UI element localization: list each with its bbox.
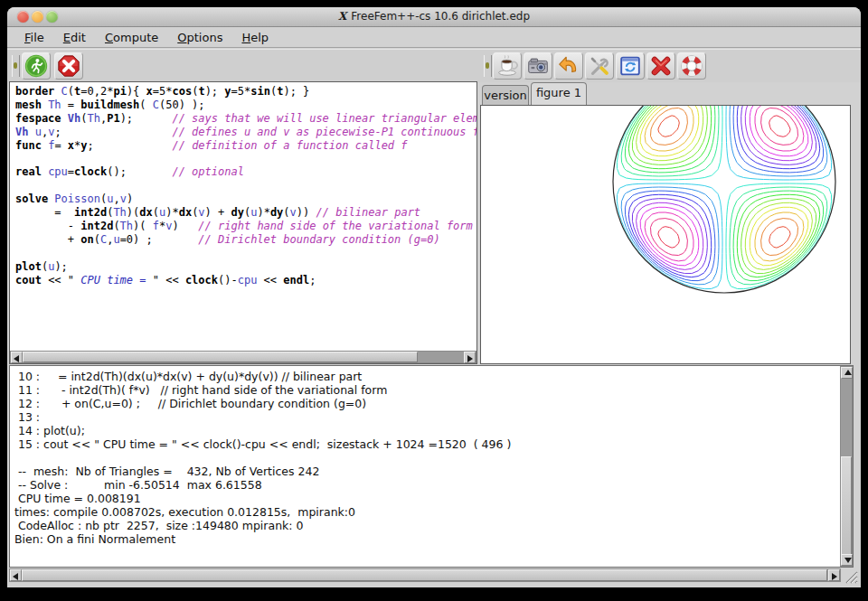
code-line: + on(C,u=0) ; // Dirichlet boundary cond…	[15, 233, 476, 247]
code-line: border C(t=0,2*pi){ x=5*cos(t); y=5*sin(…	[15, 85, 476, 99]
scroll-up-button[interactable]	[841, 367, 853, 379]
menu-options[interactable]: Options	[174, 30, 226, 45]
isoline	[613, 106, 835, 293]
isoline	[613, 106, 835, 293]
isoline	[613, 106, 835, 293]
code-line: - int2d(Th)( f*v) // right hand side of …	[15, 220, 476, 233]
toolbar-drag-handle-right[interactable]	[484, 55, 492, 77]
curved-arrow-icon	[556, 53, 581, 79]
isoline	[613, 106, 835, 293]
handle-dot-icon	[14, 62, 17, 69]
down-arrow-icon	[844, 558, 852, 563]
menu-help[interactable]: Help	[238, 30, 272, 45]
delete-button[interactable]	[646, 52, 675, 80]
right-arrow-icon	[832, 573, 837, 580]
isoline	[613, 106, 835, 293]
isoline	[613, 106, 835, 293]
console-output-pane[interactable]: 10 : = int2d(Th)(dx(u)*dx(v) + dy(u)*dy(…	[9, 365, 854, 568]
code-line: mesh Th = buildmesh( C(50) );	[15, 99, 476, 112]
scroll-left-button[interactable]	[10, 569, 22, 581]
window-title-text: FreeFem++-cs 10.6 dirichlet.edp	[351, 10, 530, 23]
console-vscroll-thumb[interactable]	[841, 456, 852, 555]
toolbar-drag-handle[interactable]	[12, 55, 20, 77]
code-line: solve Poisson(u,v)	[15, 193, 476, 206]
scroll-left-button[interactable]	[11, 352, 23, 363]
domain-boundary-circle	[613, 106, 835, 293]
stop-button[interactable]	[54, 52, 83, 80]
isoline	[613, 106, 835, 293]
code-line: cout << " CPU time = " << clock()-cpu <<…	[15, 274, 476, 287]
editor-hscroll-thumb[interactable]	[23, 352, 418, 362]
console-vertical-scrollbar[interactable]	[840, 366, 853, 567]
menu-file[interactable]: File	[21, 30, 48, 45]
console-line: 14 : plot(u);	[14, 424, 838, 437]
code-editor-pane[interactable]: border C(t=0,2*pi){ x=5*cos(t); y=5*sin(…	[9, 81, 477, 364]
editor-horizontal-scrollbar[interactable]	[10, 351, 476, 363]
window-horizontal-scrollbar[interactable]	[9, 568, 841, 582]
tab-figure-1[interactable]: figure 1	[531, 82, 587, 105]
isoline	[613, 106, 835, 293]
console-line: 10 : = int2d(Th)(dx(u)*dx(v) + dy(u)*dy(…	[14, 370, 838, 383]
console-line: times: compile 0.008702s, execution 0.01…	[14, 505, 838, 519]
isoline	[613, 106, 835, 293]
console-line: 12 : + on(C,u=0) ; // Dirichlet boundary…	[14, 397, 838, 410]
code-line: func f= x*y; // definition of a function…	[15, 139, 476, 153]
help-button[interactable]	[677, 52, 706, 80]
window-title: XFreeFem++-cs 10.6 dirichlet.edp	[7, 10, 861, 23]
stop-octagon-x-icon	[56, 53, 81, 79]
isoline	[613, 106, 835, 293]
toolbar-row	[7, 49, 861, 82]
x11-icon: X	[338, 10, 346, 23]
menu-edit[interactable]: Edit	[60, 30, 90, 45]
runner-icon	[24, 53, 49, 79]
title-bar[interactable]: XFreeFem++-cs 10.6 dirichlet.edp	[7, 7, 861, 27]
isoline	[613, 106, 835, 293]
code-line: plot(u);	[15, 260, 476, 274]
code-line	[15, 153, 476, 166]
curved-arrow-button[interactable]	[554, 52, 583, 80]
scroll-down-button[interactable]	[841, 554, 853, 566]
menu-bar: File Edit Compute Options Help	[7, 27, 861, 48]
scroll-right-button[interactable]	[828, 569, 840, 581]
coffee-button[interactable]	[493, 52, 522, 80]
scroll-right-button[interactable]	[464, 352, 476, 363]
tab-version[interactable]: version	[482, 85, 529, 105]
refresh-window-button[interactable]	[616, 52, 645, 80]
contour-plot	[481, 106, 850, 363]
desktop: XFreeFem++-cs 10.6 dirichlet.edp File Ed…	[0, 0, 868, 601]
isoline	[613, 106, 835, 293]
console-line: -- Solve : min -6.50514 max 6.61558	[14, 478, 838, 492]
crossed-tools-icon	[587, 53, 612, 79]
menu-compute[interactable]: Compute	[101, 30, 162, 45]
figure-pane[interactable]	[480, 105, 851, 364]
code-line: = int2d(Th)(dx(u)*dx(v) + dy(u)*dy(v)) /…	[15, 206, 476, 220]
up-arrow-icon	[844, 370, 852, 375]
window-resize-grip[interactable]	[843, 568, 859, 585]
right-arrow-icon	[467, 355, 473, 362]
camera-icon	[525, 53, 551, 79]
console-line: Bien: On a fini Normalement	[14, 532, 838, 546]
console-line: 13 :	[14, 410, 838, 424]
code-content: border C(t=0,2*pi){ x=5*cos(t); y=5*sin(…	[15, 85, 476, 350]
lifebuoy-icon	[679, 53, 704, 79]
console-line: 15 : cout << " CPU time = " << clock()-c…	[14, 437, 838, 451]
left-arrow-icon	[14, 355, 19, 362]
isoline	[613, 106, 835, 293]
code-line	[15, 247, 476, 260]
tools-button[interactable]	[585, 52, 614, 80]
code-line: fespace Vh(Th,P1); // says that we will …	[15, 112, 476, 126]
isoline	[613, 106, 835, 293]
code-line: real cpu=clock(); // optional	[15, 165, 476, 179]
console-line: 11 : - int2d(Th)( f*v) // right hand sid…	[14, 383, 838, 397]
bottom-hscroll-thumb[interactable]	[22, 569, 827, 581]
isoline	[613, 106, 835, 293]
console-line: CPU time = 0.008191	[14, 492, 838, 505]
snapshot-button[interactable]	[524, 52, 552, 80]
app-window: XFreeFem++-cs 10.6 dirichlet.edp File Ed…	[7, 7, 861, 587]
code-line: Vh u,v; // defines u and v as piecewise-…	[15, 126, 476, 139]
isoline	[613, 106, 835, 293]
isoline	[613, 106, 835, 293]
left-arrow-icon	[13, 573, 18, 580]
handle-dot-icon	[486, 62, 489, 69]
run-button[interactable]	[22, 52, 51, 80]
